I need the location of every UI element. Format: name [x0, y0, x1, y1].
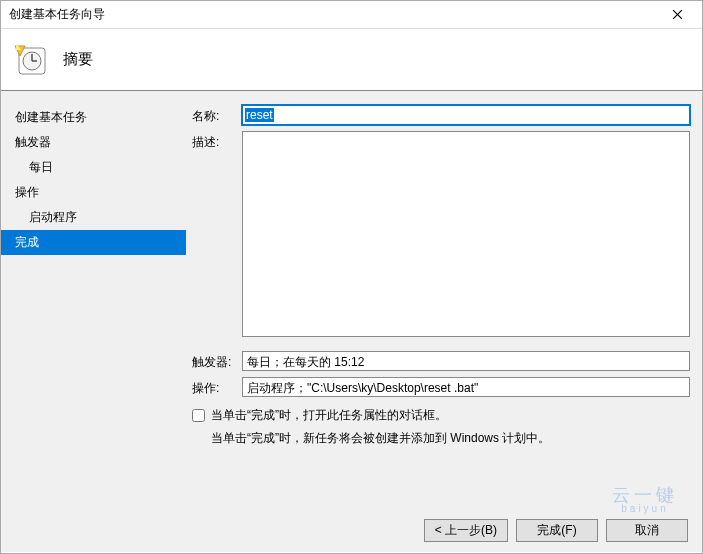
- close-button[interactable]: [660, 4, 694, 26]
- content-panel: 名称: reset 描述: 触发器: 每日；在每天的 15:12 操作: 启动程…: [186, 91, 702, 552]
- name-input[interactable]: reset: [242, 105, 690, 125]
- sidebar-item-2[interactable]: 每日: [1, 155, 186, 180]
- window-title: 创建基本任务向导: [9, 6, 660, 23]
- trigger-label: 触发器:: [192, 351, 242, 371]
- back-button[interactable]: < 上一步(B): [424, 519, 508, 542]
- open-properties-label: 当单击“完成”时，打开此任务属性的对话框。: [211, 407, 447, 424]
- open-properties-row: 当单击“完成”时，打开此任务属性的对话框。: [192, 407, 690, 424]
- sidebar-item-0[interactable]: 创建基本任务: [1, 105, 186, 130]
- action-field[interactable]: 启动程序；"C:\Users\ky\Desktop\reset .bat": [242, 377, 690, 397]
- header-panel: 摘要: [1, 29, 702, 91]
- sidebar-item-4[interactable]: 启动程序: [1, 205, 186, 230]
- name-row: 名称: reset: [192, 105, 690, 125]
- sidebar-item-3[interactable]: 操作: [1, 180, 186, 205]
- trigger-row: 触发器: 每日；在每天的 15:12: [192, 351, 690, 371]
- close-icon: [672, 9, 683, 20]
- finish-button[interactable]: 完成(F): [516, 519, 598, 542]
- sidebar-item-5[interactable]: 完成: [1, 230, 186, 255]
- action-row: 操作: 启动程序；"C:\Users\ky\Desktop\reset .bat…: [192, 377, 690, 397]
- name-label: 名称:: [192, 105, 242, 125]
- wizard-clock-icon: [13, 42, 49, 78]
- action-label: 操作:: [192, 377, 242, 397]
- header-heading: 摘要: [63, 50, 93, 69]
- hint-text: 当单击“完成”时，新任务将会被创建并添加到 Windows 计划中。: [192, 430, 690, 447]
- body: 创建基本任务触发器每日操作启动程序完成 名称: reset 描述: 触发器: 每…: [1, 91, 702, 552]
- titlebar: 创建基本任务向导: [1, 1, 702, 29]
- button-bar: < 上一步(B) 完成(F) 取消: [424, 519, 688, 542]
- description-label: 描述:: [192, 131, 242, 151]
- cancel-button[interactable]: 取消: [606, 519, 688, 542]
- open-properties-checkbox[interactable]: [192, 409, 205, 422]
- name-input-value: reset: [245, 108, 274, 122]
- watermark: 云一键 baiyun: [612, 486, 678, 514]
- sidebar-item-1[interactable]: 触发器: [1, 130, 186, 155]
- trigger-field[interactable]: 每日；在每天的 15:12: [242, 351, 690, 371]
- wizard-sidebar: 创建基本任务触发器每日操作启动程序完成: [1, 91, 186, 552]
- description-textarea[interactable]: [242, 131, 690, 337]
- description-row: 描述:: [192, 131, 690, 337]
